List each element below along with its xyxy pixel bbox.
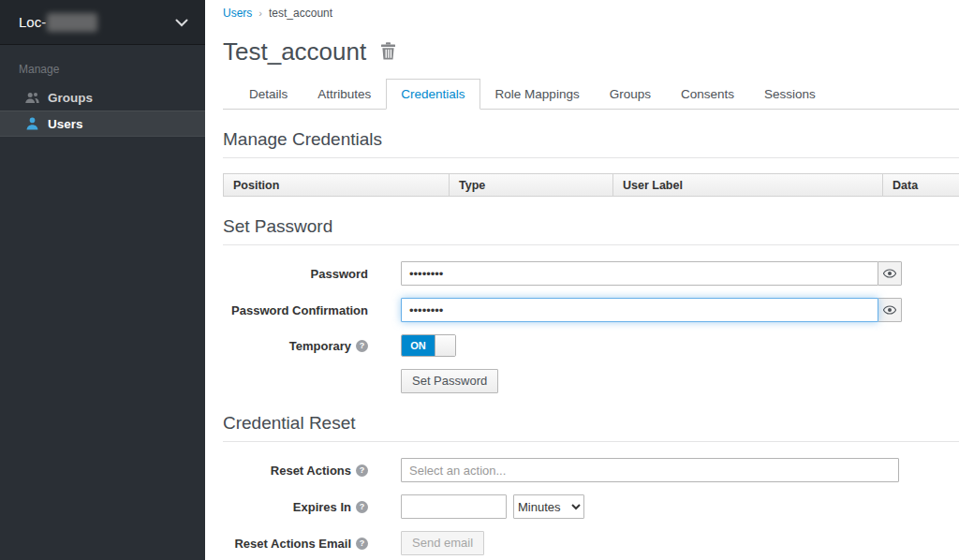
password-confirmation-input[interactable] bbox=[401, 298, 878, 322]
expires-in-label: Expires In ? bbox=[223, 500, 368, 514]
delete-user-button[interactable] bbox=[380, 37, 396, 66]
help-icon: ? bbox=[356, 501, 368, 513]
main-content: Users › test_account Test_account bbox=[205, 0, 959, 560]
sidebar-item-label: Users bbox=[48, 117, 83, 131]
eye-icon bbox=[883, 302, 896, 318]
column-header-data: Data bbox=[883, 173, 959, 197]
tab-role-mappings[interactable]: Role Mappings bbox=[480, 79, 595, 110]
send-email-button[interactable]: Send email bbox=[401, 531, 484, 555]
groups-icon bbox=[24, 92, 39, 104]
password-confirmation-row: Password Confirmation bbox=[223, 298, 959, 322]
expires-in-unit-select[interactable]: Minutes bbox=[513, 494, 584, 519]
expires-in-input[interactable] bbox=[401, 494, 507, 519]
page-title-text: Test_account bbox=[223, 37, 366, 66]
breadcrumb-link-users[interactable]: Users bbox=[223, 7, 252, 20]
page-title: Test_account bbox=[223, 37, 959, 66]
tab-consents[interactable]: Consents bbox=[666, 79, 749, 110]
show-password-button[interactable] bbox=[878, 261, 902, 286]
tab-sessions[interactable]: Sessions bbox=[749, 79, 831, 110]
tab-credentials[interactable]: Credentials bbox=[386, 79, 480, 110]
section-heading-set-password: Set Password bbox=[223, 216, 959, 245]
breadcrumb-current: test_account bbox=[269, 7, 332, 20]
column-header-position: Position bbox=[223, 173, 450, 197]
toggle-on-label: ON bbox=[402, 335, 435, 356]
trash-icon bbox=[380, 37, 396, 66]
temporary-label: Temporary ? bbox=[223, 339, 368, 353]
password-row: Password bbox=[223, 261, 959, 286]
realm-selector[interactable]: Loc- bbox=[0, 0, 205, 45]
sidebar-item-label: Groups bbox=[48, 91, 93, 105]
help-icon: ? bbox=[356, 340, 368, 352]
password-input[interactable] bbox=[401, 261, 878, 286]
reset-actions-email-label: Reset Actions Email ? bbox=[223, 537, 368, 551]
reset-actions-row: Reset Actions ? Select an action... bbox=[223, 458, 959, 482]
password-confirmation-label: Password Confirmation bbox=[223, 303, 368, 317]
section-heading-credential-reset: Credential Reset bbox=[223, 413, 959, 442]
help-icon: ? bbox=[356, 464, 368, 477]
realm-name: Loc- bbox=[19, 13, 175, 32]
sidebar-item-groups[interactable]: Groups bbox=[0, 84, 205, 111]
column-header-type: Type bbox=[450, 173, 613, 197]
sidebar: Loc- Manage Groups Users bbox=[0, 0, 205, 560]
user-icon bbox=[24, 117, 39, 130]
tab-attributes[interactable]: Attributes bbox=[302, 79, 386, 110]
realm-name-prefix: Loc- bbox=[19, 14, 46, 30]
password-label: Password bbox=[223, 267, 368, 281]
tab-groups[interactable]: Groups bbox=[595, 79, 666, 110]
reset-actions-email-row: Reset Actions Email ? Send email bbox=[223, 531, 959, 555]
show-password-confirmation-button[interactable] bbox=[878, 298, 902, 322]
tab-bar: Details Attributes Credentials Role Mapp… bbox=[223, 79, 959, 110]
set-password-button[interactable]: Set Password bbox=[401, 369, 498, 393]
toggle-handle bbox=[435, 335, 455, 356]
credentials-table: Position Type User Label Data bbox=[223, 173, 959, 197]
sidebar-item-users[interactable]: Users bbox=[0, 111, 205, 137]
help-icon: ? bbox=[356, 538, 368, 550]
set-password-button-row: Set Password bbox=[223, 369, 959, 393]
reset-actions-select[interactable]: Select an action... bbox=[401, 458, 899, 482]
chevron-down-icon bbox=[175, 14, 188, 31]
column-header-user-label: User Label bbox=[613, 173, 883, 197]
temporary-row: Temporary ? ON bbox=[223, 334, 959, 357]
realm-name-redacted bbox=[47, 13, 97, 32]
eye-icon bbox=[883, 265, 896, 282]
reset-actions-placeholder: Select an action... bbox=[409, 464, 506, 478]
section-heading-manage-credentials: Manage Credentials bbox=[223, 129, 959, 158]
temporary-toggle[interactable]: ON bbox=[401, 334, 456, 357]
breadcrumb: Users › test_account bbox=[223, 0, 959, 20]
nav-section-label: Manage bbox=[0, 45, 205, 84]
reset-actions-label: Reset Actions ? bbox=[223, 464, 368, 478]
tab-details[interactable]: Details bbox=[234, 79, 302, 110]
breadcrumb-separator-icon: › bbox=[258, 7, 262, 19]
expires-in-row: Expires In ? Minutes bbox=[223, 494, 959, 519]
